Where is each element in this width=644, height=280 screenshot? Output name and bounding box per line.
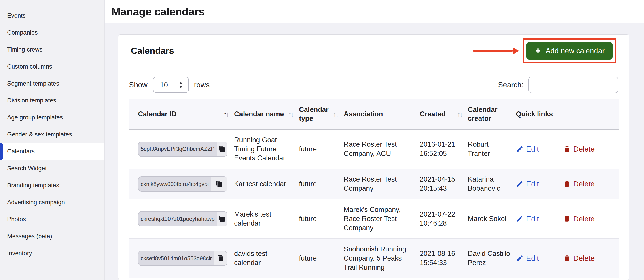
edit-link[interactable]: Edit <box>516 179 539 189</box>
sidebar-item-messages-beta[interactable]: Messages (beta) <box>0 228 104 245</box>
copy-icon <box>219 215 226 222</box>
sort-asc-icon: ↑ <box>457 111 460 118</box>
column-header-association: Association <box>344 99 420 129</box>
sidebar-item-events[interactable]: Events <box>0 7 104 24</box>
sort-desc-icon: ↓ <box>336 111 338 118</box>
sidebar-item-timing-crews[interactable]: Timing crews <box>0 41 104 58</box>
column-label: Calendar type <box>299 105 333 123</box>
page-size-control: Show 10 rows <box>129 77 210 93</box>
calendar-id-pill: 5cpfJAnpvEPr3gGhbcmAZZP <box>138 141 228 157</box>
column-label: Calendar name <box>234 110 284 119</box>
created-date: 2021-04-15 <box>420 175 463 184</box>
association-cell: Race Roster Test Company, ACU <box>344 129 420 169</box>
copy-icon <box>219 146 226 152</box>
delete-label: Delete <box>573 179 594 189</box>
column-header-calendar-id[interactable]: Calendar ID ↑↓ <box>129 99 234 129</box>
column-header-calendar-type[interactable]: Calendar type ↑↓ <box>299 99 344 129</box>
sidebar-item-age-group-templates[interactable]: Age group templates <box>0 109 104 126</box>
delete-link[interactable]: Delete <box>563 214 594 224</box>
trash-icon <box>563 215 571 223</box>
sidebar-item-search-widget[interactable]: Search Widget <box>0 160 104 177</box>
quick-links-cell: Edit Delete <box>516 179 614 189</box>
delete-link[interactable]: Delete <box>563 144 594 154</box>
sidebar-item-photos[interactable]: Photos <box>0 211 104 228</box>
column-label: Calendar creator <box>468 106 498 122</box>
column-header-calendar-name[interactable]: Calendar name ↑↓ <box>234 99 299 129</box>
pencil-icon <box>516 145 524 153</box>
sidebar-item-gender-sex-templates[interactable]: Gender & sex templates <box>0 126 104 143</box>
content-area: Calendars Add new calendar <box>105 23 644 280</box>
sort-icons: ↑↓ <box>288 110 294 119</box>
sidebar-item-label: Calendars <box>7 148 35 155</box>
delete-link[interactable]: Delete <box>563 254 594 263</box>
calendar-type-cell: future <box>299 239 344 278</box>
edit-link[interactable]: Edit <box>516 214 539 224</box>
quick-links-cell: Edit Delete <box>516 214 614 224</box>
sort-icons: ↑↓ <box>224 110 230 119</box>
annotation-arrow-shaft <box>473 50 513 52</box>
copy-button[interactable] <box>211 177 227 191</box>
sidebar-item-segment-templates[interactable]: Segment templates <box>0 75 104 92</box>
sidebar-item-inventory[interactable]: Inventory <box>0 245 104 262</box>
sidebar-item-calendars[interactable]: Calendars <box>0 143 104 160</box>
quick-links-cell: Edit Delete <box>516 254 614 263</box>
copy-button[interactable] <box>214 251 227 266</box>
table-controls: Show 10 rows Search: <box>129 77 618 93</box>
sidebar-item-companies[interactable]: Companies <box>0 24 104 41</box>
pencil-icon <box>516 255 524 262</box>
add-new-calendar-button[interactable]: Add new calendar <box>526 42 613 60</box>
search-label: Search: <box>498 81 524 89</box>
select-caret-icon <box>179 82 183 88</box>
table-row: cknjk8yww000fbfru4ip4gv5i Kat test calen… <box>129 169 619 199</box>
sidebar-item-label: Events <box>7 12 26 19</box>
column-label: Quick links <box>516 110 553 118</box>
search-control: Search: <box>498 77 618 93</box>
sort-icons: ↑↓ <box>333 110 339 119</box>
column-header-created[interactable]: Created ↑↓ <box>420 99 468 129</box>
sidebar-item-label: Search Widget <box>7 165 47 172</box>
calendar-type-cell: future <box>299 129 344 169</box>
calendar-name-cell: Running Goat Timing Future Events Calend… <box>234 129 299 169</box>
edit-link[interactable]: Edit <box>516 144 539 154</box>
sidebar-item-branding-templates[interactable]: Branding templates <box>0 177 104 194</box>
edit-link[interactable]: Edit <box>516 254 539 263</box>
copy-button[interactable] <box>217 142 227 156</box>
sidebar-item-label: Inventory <box>7 250 32 257</box>
add-new-calendar-label: Add new calendar <box>546 47 605 55</box>
delete-link[interactable]: Delete <box>563 179 594 189</box>
calendar-name-cell: Kat test calendar <box>234 169 299 199</box>
calendars-table: Calendar ID ↑↓ Calendar name ↑↓ Calendar… <box>129 99 619 279</box>
app-window: Events Companies Timing crews Custom col… <box>0 0 644 280</box>
created-time: 20:15:43 <box>420 184 463 193</box>
page-size-select[interactable]: 10 <box>153 77 189 93</box>
table-header-row: Calendar ID ↑↓ Calendar name ↑↓ Calendar… <box>129 99 619 129</box>
rows-label: rows <box>194 81 210 89</box>
sidebar-item-label: Gender & sex templates <box>7 131 72 138</box>
sidebar-item-label: Photos <box>7 216 26 223</box>
calendar-id-pill: cknjk8yww000fbfru4ip4gv5i <box>138 176 228 192</box>
sidebar-item-division-templates[interactable]: Division templates <box>0 92 104 109</box>
show-label: Show <box>129 81 148 89</box>
sidebar-item-label: Branding templates <box>7 182 59 189</box>
calendar-id-value: 5cpfJAnpvEPr3gGhbcmAZZP <box>138 142 217 156</box>
edit-label: Edit <box>526 144 539 154</box>
column-label: Calendar ID <box>138 110 176 119</box>
sidebar-item-custom-columns[interactable]: Custom columns <box>0 58 104 75</box>
creator-cell: Marek Sokol <box>468 199 516 239</box>
sidebar-item-label: Advertising campaign <box>7 199 65 206</box>
pencil-icon <box>516 180 524 188</box>
table-row: ckreshqxt007z01poeyhahawp Marek's test c… <box>129 199 619 239</box>
sidebar-item-advertising-campaign[interactable]: Advertising campaign <box>0 194 104 211</box>
created-cell: 2021-08-16 15:54:33 <box>420 239 468 278</box>
created-time: 15:54:33 <box>420 258 463 268</box>
calendar-id-value: ckreshqxt007z01poeyhahawp <box>138 212 217 226</box>
calendar-id-value: ckseti8v5014m01o553g98clr <box>138 251 214 266</box>
main-area: Manage calendars Calendars Add ne <box>105 0 644 280</box>
search-input[interactable] <box>528 77 618 93</box>
annotation-arrow <box>473 47 519 54</box>
delete-label: Delete <box>573 214 594 224</box>
trash-icon <box>563 180 571 188</box>
page-size-value: 10 <box>160 81 168 89</box>
copy-button[interactable] <box>217 212 227 226</box>
column-label: Association <box>344 110 383 118</box>
